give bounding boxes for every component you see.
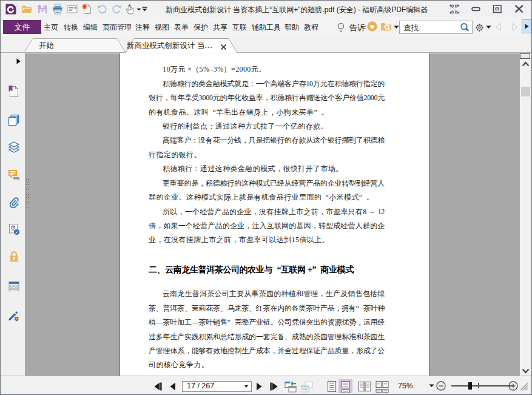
last-page-icon[interactable] (270, 382, 278, 391)
attachments-icon[interactable] (8, 196, 20, 208)
menu-tutorial[interactable]: 教程 (304, 20, 318, 34)
restore-icon[interactable] (492, 4, 503, 15)
menu-protect[interactable]: 保护 (194, 20, 208, 34)
menu-view[interactable]: 视图 (155, 20, 169, 34)
comments-icon[interactable] (8, 169, 20, 181)
scroll-down-icon[interactable] (522, 368, 530, 374)
menu-form[interactable]: 表单 (174, 20, 189, 34)
facing-continuous-icon[interactable] (375, 380, 390, 393)
continuous-page-icon[interactable] (341, 380, 351, 393)
expand-toolbar-button[interactable] (522, 19, 531, 33)
document-line: 积德粮行的类金融模式就是：一个高端客户存10万元在积德粮行指定的 (149, 77, 385, 91)
search-input[interactable]: 查找 (399, 21, 473, 34)
tab-shapes (1, 37, 531, 53)
document-line: 茶、普洱茶、茉莉花茶、乌龙茶、红茶在内的各类茶叶产品，拥有“茶叶种 (149, 302, 385, 316)
resize-grip-icon[interactable] (518, 380, 529, 391)
email-icon[interactable] (67, 4, 78, 15)
menu-comment[interactable]: 注释 (135, 20, 150, 34)
page-number-box[interactable]: 17 / 267 (182, 381, 252, 392)
document-line: 行指定的银行。 (149, 148, 385, 162)
save-icon[interactable] (37, 4, 48, 15)
scrollbar-thumb[interactable] (521, 87, 530, 96)
vertical-scrollbar[interactable] (520, 53, 531, 376)
split-view-handle[interactable] (520, 53, 530, 59)
zoom-slider[interactable] (451, 385, 513, 387)
lightbulb-icon[interactable] (337, 22, 345, 33)
sign-icon[interactable] (8, 310, 20, 322)
search-icon[interactable] (460, 22, 470, 33)
document-line: 的有机食品。这叫“羊毛出在猪身上，小狗来买单”。 (149, 106, 385, 120)
fullwidth-open-quote: “ (356, 302, 363, 316)
document-line: 群的企业。这种模式实际上就是有机食品行业里面的“小米模式”。 (149, 191, 385, 204)
fullwidth-close-quote: ” (359, 191, 366, 204)
fullwidth-open-quote: “ (209, 106, 216, 120)
zoom-level[interactable]: 75% (398, 382, 413, 390)
next-page-icon[interactable] (256, 382, 262, 391)
new-from-template-icon[interactable] (81, 4, 92, 15)
document-line: 10万元 ×（5%–3%）=2000元。 (149, 62, 385, 76)
security-icon[interactable] (8, 251, 20, 263)
page-number-dropdown-icon[interactable] (244, 385, 248, 390)
back-icon[interactable] (494, 22, 502, 32)
fullwidth-open-quote: “ (272, 265, 281, 275)
redo-icon[interactable] (111, 4, 122, 15)
tab-document-ellipsis: ... (204, 41, 212, 50)
tab-document[interactable]: 新商业模式创新设计 当... (127, 41, 213, 51)
scroll-up-icon[interactable] (522, 61, 530, 67)
layers-icon[interactable] (8, 141, 20, 153)
prev-page-icon[interactable] (170, 382, 176, 391)
customize-toolbar-icon[interactable] (142, 4, 147, 15)
facing-page-icon[interactable] (358, 380, 371, 393)
favorite-heart-icon[interactable] (367, 21, 377, 32)
document-line: 产管理体系，能够有效地控制生产成本，并全过程保证产品质量，形成了公 (149, 344, 385, 358)
form-fields-icon[interactable] (8, 280, 20, 292)
close-icon[interactable] (514, 4, 525, 15)
first-page-icon[interactable] (153, 382, 162, 391)
document-line: 银行的利益点：通过这种方式拉了一个亿的存款。 (149, 120, 385, 133)
zoom-slider-handle[interactable] (468, 382, 472, 390)
expand-panel-icon[interactable] (16, 58, 21, 64)
digital-signatures-icon[interactable] (8, 223, 20, 235)
menu-connect[interactable]: 互联 (232, 20, 247, 34)
tab-start[interactable]: 开始 (39, 41, 54, 51)
prev-view-icon[interactable] (285, 381, 297, 393)
minimize-icon[interactable] (471, 4, 482, 15)
forward-icon[interactable] (511, 22, 519, 32)
gear-dropdown-icon[interactable] (486, 25, 491, 29)
search-folder-icon[interactable] (380, 21, 392, 32)
menu-home[interactable]: 主页 (44, 20, 58, 34)
menu-page-management[interactable]: 页面管理 (103, 20, 132, 34)
menu-accessibility[interactable]: 辅助工具 (252, 20, 281, 34)
tab-document-title: 新商业模式创新设计 当 (127, 41, 204, 50)
menu-convert[interactable]: 转换 (64, 20, 78, 34)
tab-close-icon[interactable] (220, 44, 227, 50)
document-line: 云南龙生普洱茶公司主要从事茶园的种植和管理，生产及销售包括绿 (149, 287, 385, 301)
open-file-icon[interactable] (21, 4, 32, 15)
fullwidth-open-quote: “ (322, 191, 329, 204)
menu-help[interactable]: 帮助 (285, 20, 299, 34)
zoom-dropdown-icon[interactable] (429, 384, 434, 388)
hand-tool-dropdown-icon[interactable] (136, 4, 141, 15)
undo-icon[interactable] (97, 4, 108, 15)
zoom-out-icon[interactable] (436, 381, 446, 391)
titlebar: 新商业模式创新设计 当资本插上“互联网+”的翅膀.pdf (安全) - 福昕高级… (1, 1, 531, 18)
zoom-in-icon[interactable] (508, 381, 518, 391)
gear-icon[interactable] (475, 23, 484, 32)
single-page-icon[interactable] (327, 380, 337, 393)
menu-share[interactable]: 共享 (213, 20, 227, 34)
zoom-slider-tick (478, 383, 479, 388)
menu-file[interactable]: 文件 (3, 20, 41, 34)
next-view-icon[interactable] (301, 381, 313, 393)
fullscreen-icon[interactable] (449, 4, 460, 15)
sidebar-resize-handle[interactable] (26, 179, 29, 208)
print-icon[interactable] (52, 4, 63, 15)
page-thumbnails-icon[interactable] (8, 114, 20, 126)
foxit-logo (5, 4, 16, 15)
search-folder-dropdown-icon[interactable] (394, 25, 399, 29)
bookmarks-icon[interactable] (8, 86, 20, 98)
menu-edit[interactable]: 编辑 (83, 20, 98, 34)
document-line: 司的核心竞争力。 (149, 358, 385, 372)
navigation-sidebar (1, 53, 25, 376)
hand-tool-icon[interactable] (124, 4, 136, 15)
tell-me-label[interactable]: 告诉我 (349, 22, 366, 33)
